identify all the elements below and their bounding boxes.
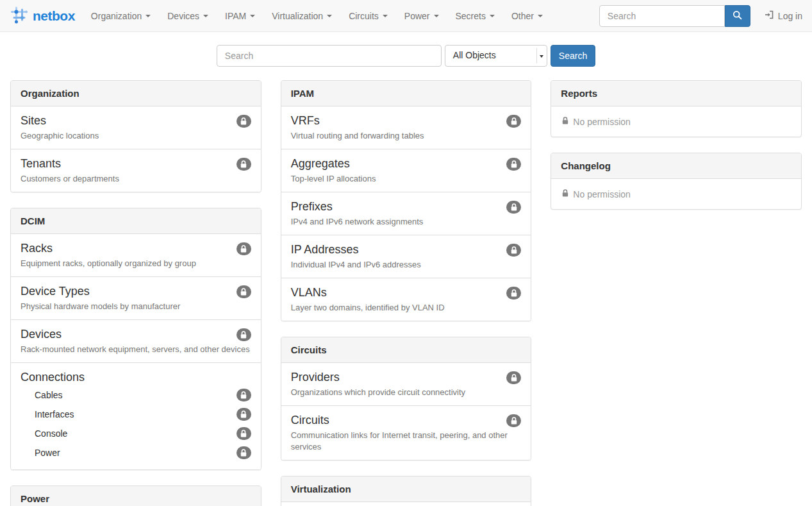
panel-title: Power [11,486,261,506]
nav-menu-other[interactable]: Other [503,1,551,31]
chevron-down-icon [490,15,495,17]
lock-badge [506,115,521,128]
lock-badge [506,244,521,257]
panel-title: Organization [11,81,261,106]
list-item-sites[interactable]: Sites Geographic locations [11,106,261,149]
panel-title: Circuits [281,337,531,363]
chevron-down-icon [203,15,208,17]
panel-dcim: DCIM Racks Equipment racks, optionally o… [10,208,261,470]
list-item-circuits[interactable]: Circuits Communication links for Interne… [281,406,531,460]
lock-badge [506,158,521,171]
nav-menu-power[interactable]: Power [396,1,447,31]
lock-badge [236,408,251,421]
panel-title: DCIM [11,208,261,234]
list-item-vlans[interactable]: VLANs Layer two domains, identified by V… [281,278,531,321]
list-item-ip-addresses[interactable]: IP Addresses Individual IPv4 and IPv6 ad… [281,235,531,278]
sub-item-interfaces[interactable]: Interfaces [21,405,251,424]
nav-menu-secrets[interactable]: Secrets [447,1,503,31]
lock-badge [236,389,251,401]
panel-power: Power [10,485,261,506]
brand-name: netbox [33,8,75,24]
list-item-racks[interactable]: Racks Equipment racks, optionally organi… [11,234,261,277]
sub-item-console[interactable]: Console [21,424,251,443]
chevron-down-icon [145,15,151,17]
global-search-form: All Objects Search [0,45,812,67]
list-item-device-types[interactable]: Device Types Physical hardware models by… [11,277,261,320]
nav-menu-circuits[interactable]: Circuits [340,1,396,31]
list-item-aggregates[interactable]: Aggregates Top-level IP allocations [281,149,531,192]
panel-title: Virtualization [281,476,531,502]
search-button[interactable]: Search [551,45,595,67]
main-menu: Organization Devices IPAM Virtualization… [83,1,551,31]
no-permission-notice: No permission [551,179,801,209]
navbar-search-form [599,5,750,27]
chevron-down-icon [383,15,388,17]
nav-menu-organization[interactable]: Organization [83,1,159,31]
panel-ipam: IPAM VRFs Virtual routing and forwarding… [281,80,532,321]
panel-reports: Reports No permission [551,80,802,137]
navbar-search-button[interactable] [725,5,750,27]
chevron-down-icon [250,15,255,17]
panel-circuits: Circuits Providers Organizations which p… [281,337,532,460]
panel-title: Changelog [551,153,801,179]
netbox-home-link[interactable]: netbox [10,5,75,27]
sub-item-power[interactable]: Power [21,443,251,462]
list-item-tenants[interactable]: Tenants Customers or departments [11,149,261,192]
column-middle: IPAM VRFs Virtual routing and forwarding… [281,80,532,506]
lock-badge [236,115,251,128]
lock-icon [561,116,570,127]
lock-badge [236,328,251,341]
lock-badge [236,158,251,171]
nav-menu-virtualization[interactable]: Virtualization [263,1,340,31]
panel-title: Reports [551,81,801,106]
panel-organization: Organization Sites Geographic locations … [10,80,261,192]
list-item-devices[interactable]: Devices Rack-mounted network equipment, … [11,320,261,363]
list-item-connections: Connections Cables Interfaces Console Po… [11,363,261,469]
object-type-selected: All Objects [453,50,496,60]
netbox-logo-icon [10,5,29,27]
panel-title: IPAM [281,81,531,106]
list-item-providers[interactable]: Providers Organizations which provide ci… [281,363,531,406]
lock-badge [236,285,251,298]
column-right: Reports No permission Changelog No permi… [551,80,802,506]
dashboard-panels: Organization Sites Geographic locations … [0,80,812,506]
column-left: Organization Sites Geographic locations … [10,80,261,506]
search-icon [733,10,742,22]
object-type-select[interactable]: All Objects [445,45,547,67]
nav-menu-ipam[interactable]: IPAM [217,1,263,31]
lock-badge [506,201,521,214]
lock-badge [236,242,251,255]
chevron-down-icon [327,15,332,17]
sub-item-cables[interactable]: Cables [21,385,251,405]
lock-icon [561,189,570,199]
lock-badge [506,371,521,384]
search-input[interactable] [217,45,442,67]
navbar-search-input[interactable] [599,5,725,27]
list-item-prefixes[interactable]: Prefixes IPv4 and IPv6 network assignmen… [281,192,531,235]
nav-menu-devices[interactable]: Devices [159,1,217,31]
lock-badge [236,427,251,440]
chevron-down-icon [540,55,543,58]
lock-badge [506,414,521,427]
panel-changelog: Changelog No permission [551,153,802,210]
panel-virtualization: Virtualization Clusters [281,476,532,506]
sign-in-icon [765,10,774,21]
chevron-down-icon [538,15,543,17]
list-item-vrfs[interactable]: VRFs Virtual routing and forwarding tabl… [281,106,531,149]
no-permission-notice: No permission [551,106,801,137]
lock-badge [506,287,521,299]
chevron-down-icon [434,15,439,17]
list-item-clusters[interactable]: Clusters [281,502,531,506]
lock-badge [236,446,251,459]
login-label: Log in [778,11,802,21]
top-navbar: netbox Organization Devices IPAM Virtual… [0,0,812,32]
login-link[interactable]: Log in [765,10,802,21]
